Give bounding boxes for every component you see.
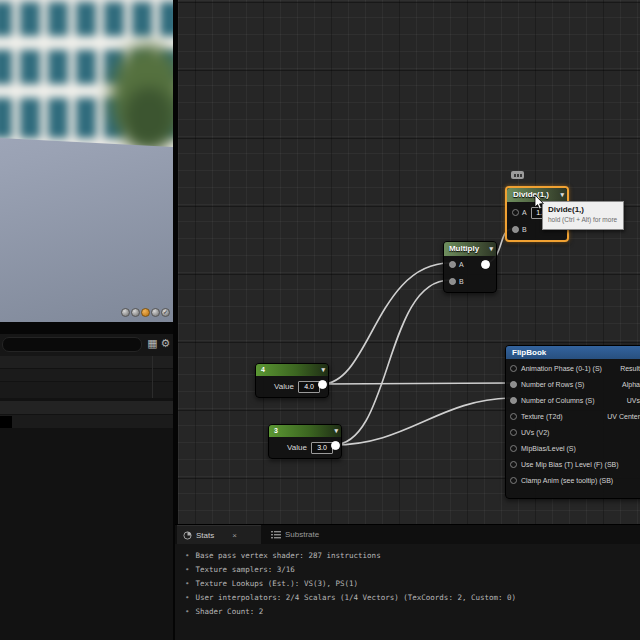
material-editor-window: ✓ ▦ ⚙ Divide(1,) (0, 0, 640, 640)
tooltip-subtitle: hold (Ctrl + Alt) for more (548, 216, 617, 223)
stats-icon (183, 531, 192, 540)
node-constant-4[interactable]: 4 ▾ Value 4.0 (255, 363, 329, 398)
details-search[interactable] (2, 337, 142, 352)
preview-shape-mesh-button[interactable]: ✓ (161, 308, 170, 317)
preview-shape-sphere-button[interactable] (131, 308, 140, 317)
preview-shape-cylinder-button[interactable] (121, 308, 130, 317)
node-title: Multiply (444, 242, 484, 256)
node-multiply[interactable]: Multiply ▾ A B (443, 241, 497, 293)
divide-pin-b[interactable] (512, 226, 519, 233)
viewport-bottom-divider (0, 322, 173, 334)
chevron-down-icon[interactable]: ▾ (321, 364, 325, 376)
search-input[interactable] (3, 343, 141, 356)
flipbook-pin-mipbias-level[interactable] (510, 445, 517, 452)
stat-line: •Shader Count: 2 (185, 605, 516, 619)
stats-list: •Base pass vertex shader: 287 instructio… (185, 549, 516, 619)
node-title: 3 (274, 425, 278, 437)
stat-line: •Base pass vertex shader: 287 instructio… (185, 549, 516, 563)
const4-output-pin[interactable] (318, 380, 327, 389)
details-row[interactable] (0, 356, 173, 368)
multiply-pin-b[interactable] (449, 278, 456, 285)
stat-line: •Texture Lookups (Est.): VS(3), PS(1) (185, 577, 516, 591)
flipbook-pin-texture[interactable] (510, 413, 517, 420)
flipbook-pin-number-of-columns[interactable] (510, 397, 517, 404)
tab-stats[interactable]: Stats × (177, 525, 261, 544)
details-row[interactable] (0, 415, 173, 428)
mouse-cursor-icon (534, 195, 546, 211)
details-row[interactable] (0, 369, 173, 381)
stat-line: •User interpolators: 2/4 Scalars (1/4 Ve… (185, 591, 516, 605)
multiply-output-pin[interactable] (481, 260, 490, 269)
chevron-down-icon[interactable]: ▾ (560, 188, 564, 202)
material-preview-viewport[interactable]: ✓ (0, 0, 173, 322)
preview-shape-cube-button[interactable] (151, 308, 160, 317)
flipbook-pin-number-of-rows[interactable] (510, 381, 517, 388)
flipbook-pin-clamp-anim[interactable] (510, 477, 517, 484)
node-flipbook[interactable]: FlipBook Animation Phase (0-1) (S) Resul… (505, 345, 640, 499)
flipbook-pin-animation-phase[interactable] (510, 365, 517, 372)
tooltip-title: Divide(1,) (548, 205, 584, 214)
details-value-box[interactable] (0, 416, 12, 428)
node-tooltip: Divide(1,) hold (Ctrl + Alt) for more (542, 201, 624, 230)
substrate-icon (271, 530, 281, 539)
details-row[interactable] (0, 382, 173, 398)
flipbook-pin-use-mip-bias[interactable] (510, 461, 517, 468)
multiply-pin-a[interactable] (449, 261, 456, 268)
node-title: FlipBook (506, 346, 640, 359)
close-icon[interactable]: × (232, 531, 237, 540)
const3-output-pin[interactable] (331, 441, 340, 450)
details-panel (0, 356, 173, 640)
details-toolbar: ▦ ⚙ (0, 334, 173, 356)
gear-icon[interactable]: ⚙ (159, 336, 172, 350)
stats-panel: Stats × Substrate •Base pass vertex shad… (175, 524, 640, 640)
grid-view-icon[interactable]: ▦ (146, 336, 159, 350)
node-title: Divide(1,) (507, 188, 555, 202)
stat-line: •Texture samplers: 3/16 (185, 563, 516, 577)
preview-shape-plane-button[interactable] (141, 308, 150, 317)
tab-substrate[interactable]: Substrate (265, 525, 335, 544)
preview-shape-toolbar: ✓ (121, 306, 170, 318)
node-constant-3[interactable]: 3 ▾ Value 3.0 (268, 424, 342, 459)
chevron-down-icon[interactable]: ▾ (489, 242, 493, 256)
chevron-down-icon[interactable]: ▾ (334, 425, 338, 437)
flipbook-pin-uvs[interactable] (510, 429, 517, 436)
node-title: 4 (261, 364, 265, 376)
details-row[interactable] (0, 401, 173, 414)
const3-value[interactable]: 3.0 (311, 442, 333, 454)
stats-tabstrip: Stats × Substrate (175, 525, 640, 544)
node-grip-icon (511, 171, 524, 179)
divide-pin-a[interactable] (512, 209, 519, 216)
const4-value[interactable]: 4.0 (298, 381, 320, 393)
